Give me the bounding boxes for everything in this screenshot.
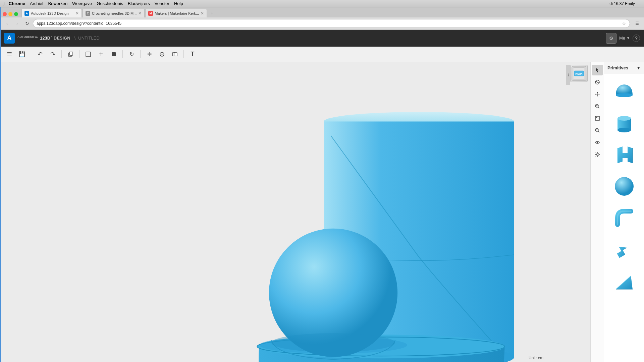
- menu-chrome[interactable]: Chrome: [9, 1, 25, 6]
- orbit-tool-button[interactable]: [592, 77, 603, 87]
- browser-tab-2[interactable]: M Makers | Makerfaire Kerk... ✕: [145, 9, 207, 17]
- arrow-primitive[interactable]: [609, 234, 639, 264]
- pan-tool-button[interactable]: [592, 89, 603, 100]
- primitives-header[interactable]: Primitives ▼: [604, 62, 644, 74]
- autodesk-logo: A: [4, 33, 15, 44]
- tab-title-1: Crocheting needles 3D M...: [92, 11, 137, 15]
- menu-help[interactable]: Help: [174, 1, 183, 6]
- menubar-right: di 16:37 Emily ----: [609, 1, 641, 6]
- browser-tab-1[interactable]: C Crocheting needles 3D M... ✕: [83, 9, 145, 17]
- 3d-canvas: [0, 62, 590, 362]
- tab-close-1[interactable]: ✕: [138, 11, 142, 16]
- undo-button[interactable]: ↶: [35, 49, 45, 60]
- menu-geschiedenis[interactable]: Geschiedenis: [97, 1, 123, 6]
- window-close-btn[interactable]: [3, 12, 7, 16]
- sketch-button[interactable]: [83, 49, 94, 60]
- extensions-btn[interactable]: ☰: [633, 19, 641, 28]
- address-bar[interactable]: apps.123dapp.com/design/?contentid=16355…: [33, 19, 630, 28]
- refresh-button[interactable]: ↻: [126, 49, 137, 60]
- text-button[interactable]: T: [187, 49, 198, 60]
- browser-chrome: A Autodesk 123D Design ✕ C Crocheting ne…: [0, 7, 644, 30]
- apple-logo[interactable]: : [3, 1, 5, 7]
- toolbar-separator-3: [79, 50, 79, 58]
- tool-sidebar: [590, 62, 604, 362]
- half-sphere-primitive[interactable]: [609, 77, 639, 107]
- app-brand-name: AUTODESK™ 123D ° DESIGN: [17, 35, 70, 41]
- project-name: UNTITLED: [78, 36, 100, 41]
- toolbar-separator-2: [61, 50, 62, 58]
- tab-title-2: Makers | Makerfaire Kerk...: [155, 11, 199, 15]
- address-text: apps.123dapp.com/design/?contentid=16355…: [37, 21, 620, 26]
- bracket-primitive[interactable]: [609, 140, 639, 170]
- project-separator: \: [74, 36, 76, 41]
- wedge-primitive[interactable]: [609, 266, 639, 296]
- menubar-time-user: di 16:37 Emily ----: [609, 1, 641, 6]
- me-label: Me: [619, 36, 625, 41]
- menu-bladwijzers[interactable]: Bladwijzers: [128, 1, 150, 6]
- forward-button[interactable]: ›: [13, 19, 21, 28]
- cylinder-primitive[interactable]: [609, 108, 639, 138]
- svg-line-21: [598, 107, 599, 108]
- sphere-primitive[interactable]: [609, 171, 639, 201]
- me-button[interactable]: Me ▼: [619, 36, 630, 41]
- viewport[interactable]: 〈 NOR Unit: cm: [0, 62, 590, 362]
- window-minimize-btn[interactable]: [8, 12, 12, 16]
- tab-favicon-1: C: [86, 11, 90, 16]
- svg-point-34: [618, 128, 631, 132]
- primitives-button[interactable]: [108, 49, 119, 60]
- view-options-button[interactable]: [592, 137, 603, 148]
- accent-line: [0, 0, 1, 362]
- reload-button[interactable]: ↻: [23, 19, 32, 28]
- clone-button[interactable]: [65, 49, 76, 60]
- browser-tab-bar: A Autodesk 123D Design ✕ C Crocheting ne…: [0, 7, 644, 17]
- primitives-chevron: ▼: [636, 65, 641, 70]
- combine-button[interactable]: [169, 49, 180, 60]
- view-cube-area: 〈 NOR: [566, 65, 588, 85]
- svg-rect-24: [595, 116, 599, 120]
- menu-button[interactable]: ☰: [4, 49, 15, 60]
- display-settings-button[interactable]: [592, 149, 603, 160]
- svg-rect-3: [112, 52, 116, 56]
- fit-tool-button[interactable]: [592, 113, 603, 124]
- pipe-bend-primitive[interactable]: [609, 203, 639, 233]
- primitives-title: Primitives: [607, 65, 628, 70]
- select-tool-button[interactable]: [592, 65, 603, 75]
- unit-value: cm: [538, 356, 543, 360]
- zoom-extents-button[interactable]: [592, 125, 603, 136]
- add-button[interactable]: +: [96, 49, 106, 60]
- menu-bewerken[interactable]: Bewerken: [48, 1, 67, 6]
- unit-text: Unit:: [529, 356, 537, 360]
- main-layout: 〈 NOR Unit: cm: [0, 62, 644, 362]
- header-right: ⚙ Me ▼ ?: [606, 33, 640, 44]
- redo-button[interactable]: ↷: [47, 49, 58, 60]
- svg-point-35: [615, 177, 634, 196]
- menu-venster[interactable]: Venster: [155, 1, 169, 6]
- back-button[interactable]: ‹: [3, 19, 11, 28]
- transform-button[interactable]: ✚: [144, 49, 155, 60]
- window-maximize-btn[interactable]: [14, 12, 18, 16]
- svg-point-31: [616, 93, 633, 97]
- svg-text:NOR: NOR: [575, 72, 582, 75]
- menu-archief[interactable]: Archief: [30, 1, 43, 6]
- menu-weergave[interactable]: Weergave: [72, 1, 92, 6]
- view-cube[interactable]: NOR: [570, 65, 588, 82]
- settings-icon[interactable]: ⚙: [606, 33, 616, 44]
- svg-point-29: [597, 142, 598, 143]
- help-button[interactable]: ?: [633, 35, 640, 42]
- svg-rect-6: [174, 53, 177, 56]
- svg-rect-2: [86, 52, 91, 57]
- browser-tab-0[interactable]: A Autodesk 123D Design ✕: [21, 9, 82, 17]
- material-button[interactable]: [157, 49, 167, 60]
- app-toolbar: ☰ 💾 ↶ ↷ + ↻ ✚ T: [0, 47, 644, 62]
- tab-close-0[interactable]: ✕: [75, 11, 79, 16]
- zoom-tool-button[interactable]: [592, 101, 603, 112]
- new-tab-button[interactable]: +: [208, 9, 216, 17]
- view-cube-toggle[interactable]: 〈: [566, 65, 570, 85]
- browser-toolbar: ‹ › ↻ apps.123dapp.com/design/?contentid…: [0, 17, 644, 29]
- me-chevron: ▼: [627, 36, 630, 40]
- toolbar-separator-5: [140, 50, 141, 58]
- toolbar-separator-1: [31, 50, 31, 58]
- tab-close-2[interactable]: ✕: [201, 11, 204, 16]
- save-button[interactable]: 💾: [17, 49, 28, 60]
- bookmark-star[interactable]: ☆: [622, 21, 626, 26]
